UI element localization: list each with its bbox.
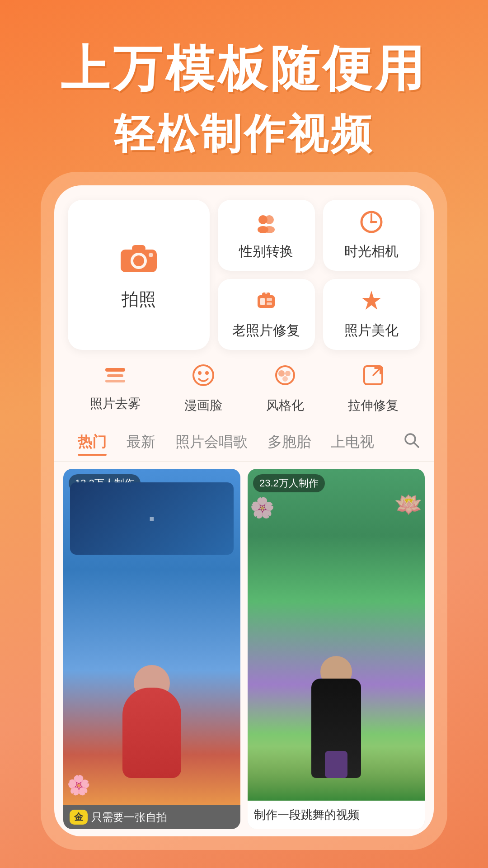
video-badge-right: 23.2万人制作 — [253, 474, 325, 492]
bottom-text-left: 只需要一张自拍 — [91, 810, 167, 825]
stylize-item[interactable]: 风格化 — [266, 363, 304, 414]
hero-line1: 上万模板随便用 — [0, 36, 488, 102]
cartoon-face-item[interactable]: 漫画脸 — [184, 363, 222, 414]
svg-line-31 — [373, 368, 380, 375]
svg-rect-22 — [105, 380, 125, 382]
gender-swap-card[interactable]: 性别转换 — [218, 200, 315, 271]
svg-point-25 — [205, 371, 209, 375]
svg-point-4 — [149, 253, 153, 257]
gender-swap-icon — [254, 210, 278, 238]
tab-multiplets[interactable]: 多胞胎 — [258, 429, 321, 456]
dehaze-icon — [103, 363, 127, 391]
tab-tv[interactable]: 上电视 — [321, 429, 384, 456]
video-bottom-left: 金 只需要一张自拍 — [63, 805, 240, 829]
svg-point-24 — [198, 371, 202, 375]
video-caption-right: 制作一段跳舞的视频 — [248, 801, 425, 829]
phone-mockup: 拍照 性别转换 — [41, 172, 447, 850]
stylize-label: 风格化 — [266, 397, 304, 414]
stretch-repair-label: 拉伸修复 — [348, 397, 399, 414]
tab-bar: 热门 最新 照片会唱歌 多胞胎 上电视 — [54, 423, 434, 462]
time-camera-icon — [359, 210, 384, 238]
video-card-left[interactable]: 13.2万人制作 ■ 🌸 金 只需要一张自拍 — [63, 469, 240, 829]
camera-card[interactable]: 拍照 — [68, 200, 210, 350]
svg-point-2 — [133, 255, 144, 266]
photo-restore-label: 老照片修复 — [232, 321, 300, 340]
svg-rect-16 — [267, 302, 272, 305]
cartoon-face-icon — [192, 363, 215, 392]
svg-point-6 — [265, 215, 274, 224]
photo-restore-card[interactable]: 老照片修复 — [218, 279, 315, 350]
icon-row: 照片去雾 漫画脸 — [54, 359, 434, 423]
cartoon-face-label: 漫画脸 — [184, 397, 222, 414]
svg-point-27 — [278, 370, 285, 377]
phone-inner: 拍照 性别转换 — [54, 185, 434, 836]
photo-beauty-label: 照片美化 — [344, 321, 399, 340]
svg-rect-15 — [267, 298, 272, 301]
hero-section: 上万模板随便用 轻松制作视频 — [0, 0, 488, 162]
tab-latest[interactable]: 最新 — [117, 429, 165, 456]
photo-restore-icon — [254, 289, 278, 317]
bottom-badge-left: 金 — [70, 810, 88, 825]
camera-icon — [118, 239, 159, 280]
svg-marker-19 — [362, 291, 381, 310]
video-card-right[interactable]: 23.2万人制作 🪷 🌸 制作一段跳舞的视频 — [248, 469, 425, 829]
svg-rect-3 — [132, 245, 145, 251]
svg-point-29 — [282, 376, 288, 382]
hero-line2: 轻松制作视频 — [0, 107, 488, 162]
camera-label: 拍照 — [122, 288, 156, 311]
photo-beauty-card[interactable]: 照片美化 — [323, 279, 420, 350]
content-grid: 13.2万人制作 ■ 🌸 金 只需要一张自拍 — [54, 462, 434, 836]
video-thumb-left: 13.2万人制作 ■ 🌸 — [63, 469, 240, 805]
svg-point-23 — [193, 365, 213, 385]
search-icon[interactable] — [403, 431, 420, 453]
time-camera-label: 时光相机 — [344, 242, 399, 261]
svg-line-33 — [414, 443, 418, 447]
svg-point-8 — [264, 226, 275, 233]
video-thumb-right: 23.2万人制作 🪷 🌸 — [248, 469, 425, 801]
tab-hot[interactable]: 热门 — [68, 429, 117, 456]
svg-rect-13 — [258, 295, 275, 308]
dehaze-item[interactable]: 照片去雾 — [90, 363, 141, 414]
stretch-repair-item[interactable]: 拉伸修复 — [348, 363, 399, 414]
svg-rect-21 — [107, 374, 123, 377]
gender-swap-label: 性别转换 — [239, 242, 293, 261]
svg-point-28 — [285, 371, 291, 376]
svg-point-12 — [370, 221, 373, 223]
svg-point-18 — [265, 291, 267, 294]
tab-singing[interactable]: 照片会唱歌 — [165, 429, 258, 456]
stylize-icon — [273, 363, 297, 392]
stretch-repair-icon — [361, 363, 385, 392]
svg-rect-20 — [105, 368, 125, 372]
feature-grid: 拍照 性别转换 — [54, 185, 434, 359]
small-cards-grid: 性别转换 时光相机 — [218, 200, 420, 350]
dehaze-label: 照片去雾 — [90, 395, 141, 412]
photo-beauty-icon — [359, 289, 384, 317]
svg-rect-14 — [260, 298, 265, 305]
time-camera-card[interactable]: 时光相机 — [323, 200, 420, 271]
